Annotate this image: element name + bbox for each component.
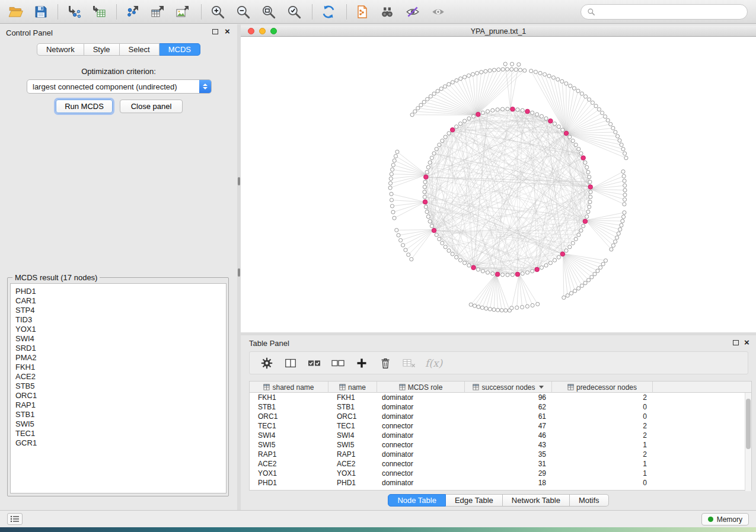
- dropdown-stepper-icon: [199, 80, 211, 93]
- table-scrollbar[interactable]: [745, 393, 751, 491]
- table-row[interactable]: ORC1ORC1dominator610: [250, 412, 751, 421]
- table-row[interactable]: SWI4SWI4dominator462: [250, 431, 751, 440]
- column-header-name[interactable]: name: [328, 382, 377, 393]
- close-panel-icon[interactable]: ×: [225, 27, 230, 36]
- mcds-result-item[interactable]: PHD1: [11, 287, 226, 296]
- tab-network-table[interactable]: Network Table: [503, 494, 570, 507]
- mcds-result-item[interactable]: RAP1: [11, 400, 226, 410]
- network-canvas[interactable]: [241, 37, 756, 332]
- table-row[interactable]: ACE2ACE2connector311: [250, 459, 751, 469]
- mcds-result-item[interactable]: STP4: [11, 306, 226, 315]
- scrollbar-thumb[interactable]: [746, 399, 751, 449]
- run-mcds-button[interactable]: Run MCDS: [56, 100, 113, 113]
- mcds-result-item[interactable]: PMA2: [11, 353, 226, 363]
- import-network-icon[interactable]: [65, 3, 83, 21]
- table-cell: 18: [465, 478, 552, 488]
- mcds-result-item[interactable]: FKH1: [11, 363, 226, 372]
- share-document-icon[interactable]: [353, 3, 371, 21]
- mcds-result-item[interactable]: STB5: [11, 382, 226, 391]
- splitter-grip[interactable]: [238, 177, 240, 185]
- column-header-successor-nodes[interactable]: successor nodes: [465, 382, 552, 393]
- mcds-result-item[interactable]: ACE2: [11, 372, 226, 382]
- toolbar-separator: [312, 4, 312, 20]
- mcds-result-item[interactable]: CAR1: [11, 296, 226, 306]
- mcds-result-list[interactable]: PHD1CAR1STP4TID3YOX1SWI4SRD1PMA2FKH1ACE2…: [10, 283, 227, 493]
- panel-menu-icon[interactable]: [7, 513, 23, 525]
- mcds-result-item[interactable]: SWI4: [11, 334, 226, 344]
- network-window-titlebar[interactable]: YPA_prune.txt_1: [241, 25, 756, 37]
- refresh-icon[interactable]: [320, 3, 337, 21]
- mcds-result-item[interactable]: GCR1: [11, 438, 226, 448]
- table-cell: connector: [377, 459, 465, 469]
- desktop-wallpaper: [0, 527, 756, 532]
- table-row[interactable]: STB1STB1dominator620: [250, 402, 751, 412]
- table-cell: 62: [465, 402, 552, 412]
- save-icon[interactable]: [32, 3, 50, 21]
- tab-style[interactable]: Style: [84, 43, 120, 56]
- hide-selected-eye-slash-icon[interactable]: [404, 3, 422, 21]
- tab-network[interactable]: Network: [37, 43, 84, 56]
- show-column-panel-icon[interactable]: [283, 355, 298, 371]
- float-panel-icon[interactable]: [733, 340, 739, 345]
- memory-button[interactable]: Memory: [701, 513, 749, 525]
- tab-select[interactable]: Select: [120, 43, 160, 56]
- table-cell: connector: [377, 440, 465, 450]
- mcds-result-item[interactable]: YOX1: [11, 325, 226, 334]
- criterion-dropdown[interactable]: largest connected component (undirected): [27, 79, 212, 94]
- tab-mcds[interactable]: MCDS: [160, 43, 200, 56]
- zoom-fit-icon[interactable]: [260, 3, 277, 21]
- table-row[interactable]: RAP1RAP1dominator352: [250, 450, 751, 459]
- main-toolbar: [0, 0, 756, 24]
- delete-column-trash-icon[interactable]: [378, 355, 393, 371]
- deselect-all-columns-icon[interactable]: [330, 355, 346, 371]
- delete-table-icon: [401, 355, 417, 371]
- table-cell: TEC1: [328, 421, 377, 431]
- network-graph[interactable]: [241, 37, 756, 332]
- table-cell: 0: [552, 478, 653, 488]
- mcds-result-item[interactable]: SWI5: [11, 419, 226, 429]
- column-header-mcds-role[interactable]: MCDS role: [377, 382, 465, 393]
- mcds-result-item[interactable]: ORC1: [11, 391, 226, 400]
- table-cell: SWI4: [250, 431, 328, 440]
- tab-motifs[interactable]: Motifs: [570, 494, 609, 507]
- sort-grid-icon: [263, 384, 270, 390]
- tab-node-table[interactable]: Node Table: [388, 494, 446, 507]
- zoom-in-icon[interactable]: [209, 3, 227, 21]
- table-row[interactable]: TEC1TEC1connector472: [250, 421, 751, 431]
- open-folder-icon[interactable]: [7, 3, 25, 21]
- export-image-icon[interactable]: [174, 3, 192, 21]
- table-cell: 46: [465, 431, 552, 440]
- table-row[interactable]: YOX1YOX1connector291: [250, 469, 751, 478]
- table-settings-gear-icon[interactable]: [259, 355, 275, 371]
- mcds-result-item[interactable]: TEC1: [11, 429, 226, 438]
- create-column-plus-icon[interactable]: [354, 355, 369, 371]
- find-binoculars-icon[interactable]: [378, 3, 396, 21]
- show-all-eye-icon[interactable]: [429, 3, 447, 21]
- export-table-icon[interactable]: [149, 3, 167, 21]
- close-panel-icon[interactable]: ×: [744, 338, 749, 347]
- select-all-columns-icon[interactable]: [307, 355, 322, 371]
- table-toolbar: f(x): [249, 351, 748, 374]
- search-input[interactable]: [599, 8, 741, 17]
- memory-label: Memory: [717, 515, 742, 524]
- zoom-selected-icon[interactable]: [285, 3, 303, 21]
- table-row[interactable]: SWI5SWI5connector431: [250, 440, 751, 450]
- table-cell: 29: [465, 469, 552, 478]
- table-row[interactable]: FKH1FKH1dominator962: [250, 393, 751, 402]
- zoom-out-icon[interactable]: [234, 3, 252, 21]
- table-cell: ORC1: [328, 412, 377, 421]
- float-panel-icon[interactable]: [212, 29, 218, 34]
- table-row[interactable]: PHD1PHD1dominator180: [250, 478, 751, 488]
- import-table-icon[interactable]: [90, 3, 108, 21]
- table-cell: 35: [465, 450, 552, 459]
- close-panel-button[interactable]: Close panel: [120, 100, 183, 113]
- mcds-result-item[interactable]: TID3: [11, 315, 226, 325]
- mcds-result-item[interactable]: SRD1: [11, 344, 226, 353]
- column-header-shared-name[interactable]: shared name: [250, 382, 328, 393]
- mcds-result-item[interactable]: STB1: [11, 410, 226, 419]
- table-cell: SWI5: [250, 440, 328, 450]
- tab-edge-table[interactable]: Edge Table: [446, 494, 503, 507]
- export-network-icon[interactable]: [124, 3, 142, 21]
- column-header-predecessor-nodes[interactable]: predecessor nodes: [552, 382, 653, 393]
- splitter-grip[interactable]: [238, 268, 240, 277]
